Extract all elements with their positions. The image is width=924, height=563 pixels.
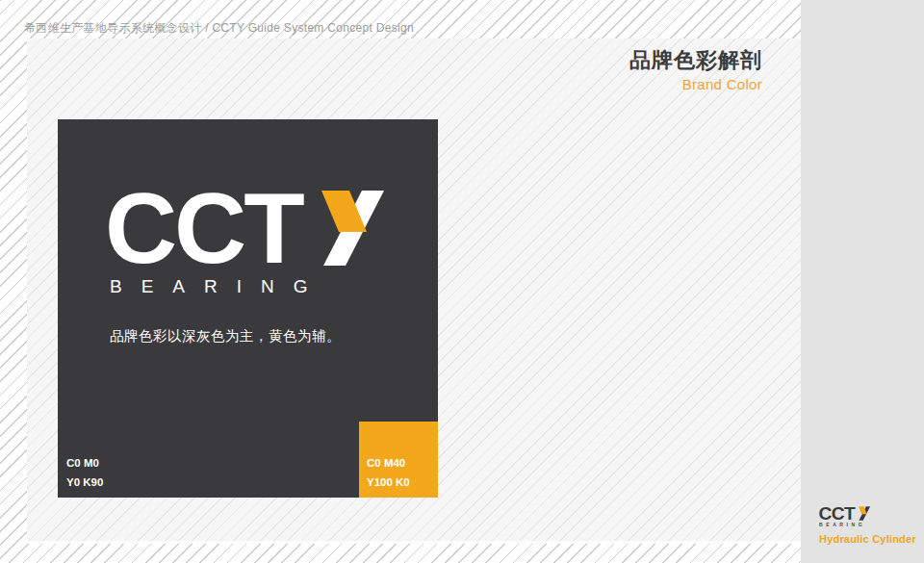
project-title-text: 希西维生产基地导示系统概念设计 / CCTY Guide System Conc…	[24, 20, 414, 37]
logo-subtext-bearing: BEARING	[110, 276, 327, 297]
page-title: 品牌色彩解剖	[629, 48, 762, 73]
footer-brand-block: CCT BEARING Hydraulic Cylinder	[819, 506, 915, 545]
yellow-swatch-cmyk-line2: Y100 K0	[367, 473, 410, 492]
brand-color-card: CCT BEARING 品牌色彩以深灰色为主，黄色为辅。 C0 M0 Y0 K9…	[58, 119, 438, 498]
slide-background-pattern: 希西维生产基地导示系统概念设计 / CCTY Guide System Conc…	[0, 0, 924, 563]
right-sidebar	[801, 0, 924, 563]
yellow-color-swatch: C0 M40 Y100 K0	[359, 422, 438, 498]
ccty-logo: CCT	[108, 191, 389, 266]
page-subtitle: Brand Color	[629, 76, 762, 92]
footer-ccty-logo: CCT	[819, 506, 871, 521]
footer-logo-subtext-bearing: BEARING	[819, 522, 915, 527]
dark-swatch-cmyk-line2: Y0 K90	[66, 473, 103, 492]
logo-wordmark-cct: CCT	[108, 191, 304, 266]
bottom-divider-line	[27, 541, 801, 544]
yellow-swatch-cmyk-label: C0 M40 Y100 K0	[367, 453, 410, 492]
brand-color-description: 品牌色彩以深灰色为主，黄色为辅。	[110, 327, 341, 345]
dark-swatch-cmyk-line1: C0 M0	[66, 453, 103, 473]
page-title-block: 品牌色彩解剖 Brand Color	[629, 48, 762, 92]
dark-swatch-cmyk-label: C0 M0 Y0 K90	[66, 453, 103, 492]
footer-logo-wordmark-cct: CCT	[819, 506, 856, 521]
yellow-swatch-cmyk-line1: C0 M40	[367, 453, 410, 473]
footer-tagline: Hydraulic Cylinder	[819, 533, 915, 545]
